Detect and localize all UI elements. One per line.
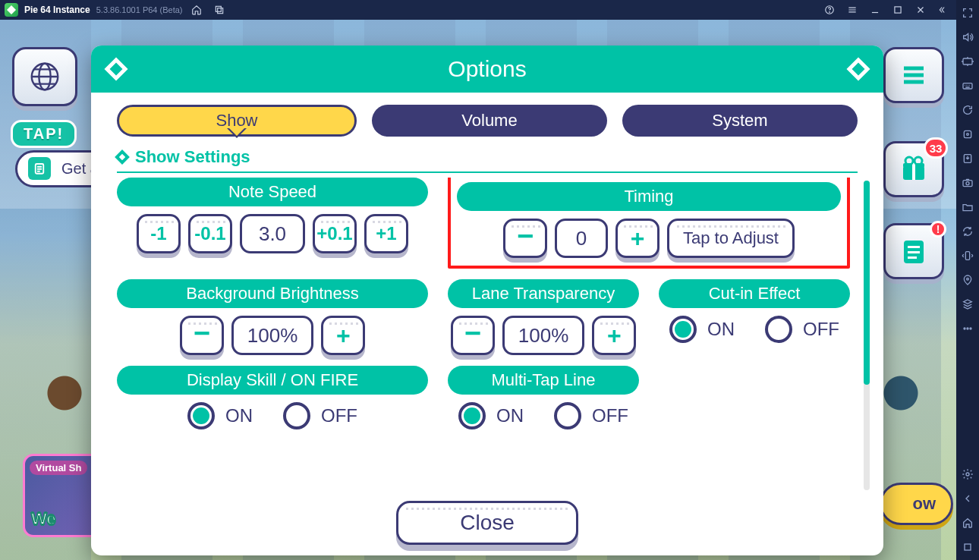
section-title-text: Show Settings	[135, 147, 250, 167]
mission-list-button[interactable]: !	[883, 223, 944, 279]
android-recents-icon[interactable]	[959, 539, 976, 555]
diamond-icon	[104, 57, 127, 80]
display-skill-group: Display Skill / ON FIRE ON OFF	[117, 366, 428, 429]
screenshot-icon[interactable]	[959, 175, 976, 191]
location-icon[interactable]	[959, 272, 976, 288]
hamburger-icon[interactable]	[844, 2, 861, 18]
options-modal: Options Show Volume System Show Settings…	[91, 46, 883, 555]
settings-gear-icon[interactable]	[959, 466, 976, 483]
cutin-header: Cut-in Effect	[659, 279, 850, 308]
svg-rect-16	[908, 256, 917, 259]
menu-button[interactable]	[883, 47, 944, 103]
media-folder-icon[interactable]	[959, 199, 976, 216]
bluestacks-logo-icon	[5, 3, 18, 17]
help-icon[interactable]	[821, 2, 838, 18]
tab-show[interactable]: Show	[117, 105, 357, 137]
clipboard-icon	[28, 157, 51, 180]
bottom-right-pill[interactable]: ow	[880, 483, 953, 525]
svg-rect-30	[965, 544, 971, 550]
character-left	[38, 370, 91, 446]
note-speed-header: Note Speed	[117, 178, 428, 206]
svg-point-25	[967, 278, 969, 280]
lane-transparency-header: Lane Transparency	[448, 279, 639, 308]
svg-point-12	[914, 157, 922, 165]
note-speed-minus-0-1[interactable]: -0.1	[188, 214, 232, 253]
welcome-text: We	[31, 509, 56, 529]
scrollbar[interactable]	[864, 181, 870, 490]
rotate-icon[interactable]	[959, 223, 976, 240]
svg-rect-22	[963, 181, 972, 187]
cutin-off[interactable]: OFF	[765, 316, 839, 343]
timing-plus[interactable]: +	[615, 219, 659, 258]
tap-to-adjust-button[interactable]: Tap to Adjust	[667, 219, 795, 258]
options-title: Options	[448, 56, 526, 82]
install-apk-icon[interactable]	[959, 150, 976, 167]
bg-brightness-header: Background Brightness	[117, 279, 428, 308]
svg-point-20	[967, 134, 969, 136]
keyboard-icon[interactable]	[959, 77, 976, 94]
bg-brightness-group: Background Brightness − 100% +	[117, 279, 428, 355]
tab-volume[interactable]: Volume	[372, 105, 607, 137]
bg-brightness-minus[interactable]: −	[180, 316, 224, 355]
back-icon[interactable]	[959, 490, 976, 507]
svg-point-27	[967, 328, 968, 329]
recents-icon[interactable]	[211, 2, 228, 18]
display-skill-off[interactable]: OFF	[283, 402, 357, 429]
gift-button[interactable]: 33	[883, 141, 944, 197]
note-speed-plus-1[interactable]: +1	[364, 214, 408, 253]
virtual-show-tag: Virtual Sh	[30, 461, 87, 475]
tab-system[interactable]: System	[622, 105, 858, 137]
close-button[interactable]: Close	[396, 501, 578, 545]
multi-instance-icon[interactable]	[959, 296, 976, 313]
shake-icon[interactable]	[959, 247, 976, 264]
timing-minus[interactable]: −	[503, 219, 547, 258]
svg-rect-17	[963, 58, 972, 64]
svg-rect-4	[895, 7, 901, 13]
timing-highlight: Timing − 0 + Tap to Adjust	[448, 178, 850, 269]
bottom-right-pill-label: ow	[912, 494, 936, 513]
section-title: Show Settings	[117, 147, 858, 167]
multitap-off[interactable]: OFF	[554, 402, 628, 429]
lane-transparency-group: Lane Transparency − 100% +	[448, 279, 639, 355]
bg-brightness-plus[interactable]: +	[321, 316, 365, 355]
instance-version: 5.3.86.1001 P64 (Beta)	[96, 5, 183, 14]
display-skill-on[interactable]: ON	[187, 402, 253, 429]
timing-header: Timing	[457, 182, 841, 211]
close-row: Close	[91, 493, 883, 555]
gift-badge-count: 33	[924, 137, 948, 159]
home-icon[interactable]	[188, 2, 205, 18]
globe-button[interactable]	[12, 47, 77, 106]
lane-transparency-plus[interactable]: +	[592, 316, 636, 355]
ellipsis-icon[interactable]	[959, 320, 976, 337]
minimize-icon[interactable]	[867, 2, 883, 18]
svg-rect-0	[216, 6, 222, 11]
note-speed-minus-1[interactable]: -1	[137, 214, 181, 253]
maximize-icon[interactable]	[889, 2, 906, 18]
svg-point-29	[966, 473, 969, 476]
timing-group: Timing − 0 + Tap to Adjust	[448, 178, 850, 269]
note-speed-plus-0-1[interactable]: +0.1	[313, 214, 357, 253]
svg-rect-24	[965, 252, 969, 260]
svg-rect-10	[912, 163, 915, 180]
section-divider	[117, 171, 858, 173]
cutin-effect-group: Cut-in Effect ON OFF	[659, 279, 850, 355]
macro-icon[interactable]	[959, 126, 976, 143]
mission-alert-badge: !	[930, 221, 946, 238]
collapse-rail-icon[interactable]	[935, 2, 952, 18]
svg-rect-14	[908, 246, 920, 248]
svg-point-23	[966, 182, 969, 185]
close-window-icon[interactable]	[912, 2, 929, 18]
svg-point-28	[970, 328, 971, 329]
multitap-on[interactable]: ON	[458, 402, 524, 429]
cutin-on[interactable]: ON	[669, 316, 735, 343]
tabs-row: Show Volume System	[91, 93, 883, 143]
side-toolbar	[956, 0, 979, 560]
lock-cursor-icon[interactable]	[959, 53, 976, 70]
volume-icon[interactable]	[959, 29, 976, 46]
lane-transparency-minus[interactable]: −	[451, 316, 495, 355]
android-home-icon[interactable]	[959, 514, 976, 531]
sync-icon[interactable]	[959, 102, 976, 118]
instance-title: Pie 64 Instance	[24, 5, 90, 15]
svg-point-11	[905, 157, 913, 165]
fullscreen-icon[interactable]	[959, 5, 976, 21]
